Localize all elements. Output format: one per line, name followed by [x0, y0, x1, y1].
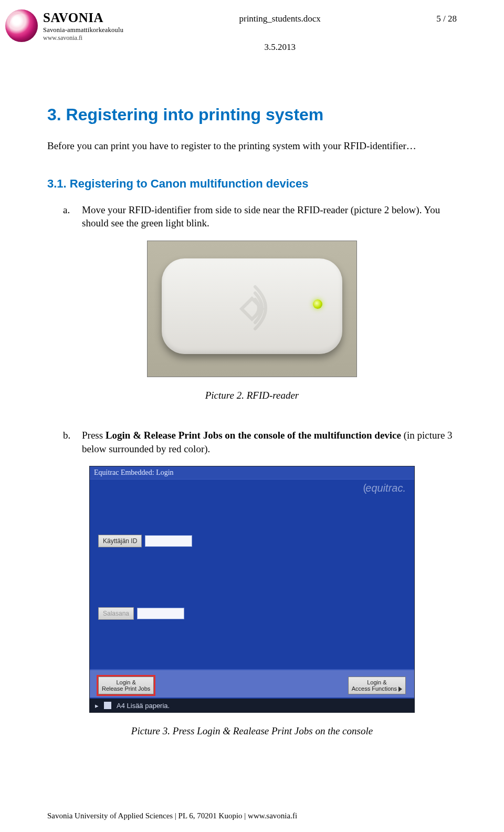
console-titlebar: Equitrac Embedded: Login	[90, 466, 414, 480]
step-a-marker: a.	[63, 203, 75, 230]
login-access-functions-button[interactable]: Login & Access Functions	[348, 677, 406, 694]
figure-3: Equitrac Embedded: Login equitrac. Käytt…	[47, 466, 457, 752]
rfid-reader-photo	[147, 241, 357, 377]
chevron-right-icon	[398, 687, 402, 692]
document-date: 3.5.2013	[264, 42, 296, 53]
savonia-logo-icon	[5, 9, 38, 42]
heading-2: 3.1. Registering to Canon multifunction …	[47, 177, 457, 191]
step-b-marker: b.	[63, 429, 75, 455]
step-a-text: Move your RFID-identifier from side to s…	[82, 203, 457, 230]
page-header: SAVONIA Savonia-ammattikorkeakoulu www.s…	[0, 0, 504, 53]
password-input[interactable]	[137, 608, 184, 619]
heading-1: 3. Registering into printing system	[47, 105, 457, 124]
console-screenshot: Equitrac Embedded: Login equitrac. Käytt…	[89, 466, 415, 713]
figure-2-caption: Picture 2. RFID-reader	[205, 390, 299, 401]
figure-2: Picture 2. RFID-reader	[47, 241, 457, 416]
step-b-text: Press Login & Release Print Jobs on the …	[82, 429, 457, 455]
status-text: A4 Lisää paperia.	[117, 702, 170, 710]
status-arrow-icon: ▸	[95, 702, 99, 710]
page-body: 3. Registering into printing system Befo…	[0, 53, 504, 752]
page-footer: Savonia University of Applied Sciences |…	[47, 812, 297, 820]
logo-url: www.savonia.fi	[43, 34, 123, 42]
step-a: a. Move your RFID-identifier from side t…	[63, 203, 457, 230]
logo-name: SAVONIA	[43, 11, 123, 25]
password-label-button[interactable]: Salasana	[98, 607, 134, 620]
rfid-led-icon	[313, 299, 322, 309]
intro-paragraph: Before you can print you have to registe…	[47, 139, 457, 153]
console-status-strip: ▸ A4 Lisää paperia.	[90, 699, 414, 712]
rfid-waves-icon	[224, 282, 287, 334]
figure-3-caption: Picture 3. Press Login & Realease Print …	[131, 725, 373, 737]
logo: SAVONIA Savonia-ammattikorkeakoulu www.s…	[5, 9, 123, 42]
paper-status-icon	[104, 702, 111, 709]
equitrac-brand: equitrac.	[363, 482, 406, 494]
step-b: b. Press Login & Release Print Jobs on t…	[63, 429, 457, 455]
user-id-field[interactable]: Käyttäjän ID	[98, 535, 192, 547]
password-field[interactable]: Salasana	[98, 607, 184, 620]
login-release-print-jobs-button[interactable]: Login & Release Print Jobs	[98, 677, 154, 694]
user-id-input[interactable]	[145, 535, 192, 547]
user-id-label-button[interactable]: Käyttäjän ID	[98, 535, 142, 547]
page-number: 5 / 28	[436, 9, 457, 24]
logo-subtitle: Savonia-ammattikorkeakoulu	[43, 26, 123, 34]
document-filename: printing_students.docx	[239, 14, 320, 24]
